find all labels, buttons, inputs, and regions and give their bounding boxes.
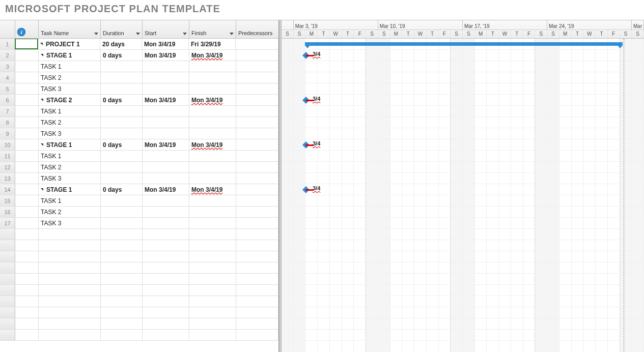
gantt-row[interactable] [282,106,644,117]
table-row[interactable]: 17TASK 3 [0,218,278,229]
start-cell[interactable] [143,296,189,307]
task-name-cell[interactable]: TASK 2 [39,207,101,217]
finish-cell[interactable] [189,128,236,139]
table-row[interactable] [0,307,278,318]
predecessors-cell[interactable] [236,262,278,273]
duration-cell[interactable] [101,61,143,72]
predecessors-column-header[interactable]: Predecessors [236,20,278,38]
task-name-cell[interactable]: TASK 2 [39,162,101,172]
duration-cell[interactable] [101,162,143,172]
row-number[interactable]: 15 [0,195,15,206]
predecessors-cell[interactable] [236,307,278,318]
start-cell[interactable]: Mon 3/4/19 [143,139,189,150]
collapse-icon[interactable] [40,43,43,45]
predecessors-cell[interactable] [236,72,278,83]
finish-cell[interactable] [189,83,236,94]
gantt-row[interactable] [282,307,644,318]
duration-cell[interactable] [101,207,143,217]
gantt-row[interactable] [282,72,644,83]
row-number[interactable] [0,262,15,273]
row-number[interactable]: 4 [0,72,15,83]
duration-cell[interactable] [101,128,143,139]
predecessors-cell[interactable] [236,128,278,139]
table-row[interactable] [0,262,278,274]
info-cell[interactable] [15,195,39,206]
day-cell[interactable]: T [572,30,584,39]
gantt-row[interactable] [282,262,644,274]
duration-column-header[interactable]: Duration [101,20,143,38]
table-row[interactable]: 14STAGE 10 daysMon 3/4/19Mon 3/4/19 [0,184,278,195]
table-row[interactable]: 7TASK 1 [0,106,278,117]
predecessors-cell[interactable] [236,240,278,251]
table-row[interactable] [0,285,278,296]
task-name-cell[interactable]: STAGE 2 [39,95,101,105]
task-name-cell[interactable]: TASK 1 [39,195,101,206]
duration-cell[interactable] [101,318,143,329]
duration-cell[interactable] [101,151,143,161]
predecessors-cell[interactable] [236,139,278,150]
finish-cell[interactable] [189,262,236,273]
gantt-row[interactable] [282,39,644,50]
duration-cell[interactable] [101,285,143,296]
table-row[interactable]: 6STAGE 20 daysMon 3/4/19Mon 3/4/19 [0,95,278,106]
gantt-row[interactable] [282,195,644,207]
finish-cell[interactable] [189,61,236,72]
duration-cell[interactable]: 0 days [101,50,143,61]
info-cell[interactable] [15,50,39,61]
table-row[interactable]: 8TASK 2 [0,117,278,128]
row-number[interactable]: 6 [0,95,15,105]
task-name-cell[interactable]: TASK 3 [39,218,101,228]
duration-cell[interactable] [101,72,143,83]
row-number[interactable] [0,318,15,329]
row-number[interactable] [0,274,15,284]
task-name-cell[interactable]: TASK 3 [39,173,101,184]
task-name-cell[interactable]: TASK 1 [39,151,101,161]
info-cell[interactable] [15,207,39,217]
day-cell[interactable]: S [294,30,306,39]
row-number[interactable]: 7 [0,106,15,116]
row-number[interactable] [0,307,15,318]
row-number[interactable] [0,330,15,340]
duration-cell[interactable] [101,195,143,206]
task-name-cell[interactable] [39,240,101,251]
row-number[interactable] [0,240,15,251]
info-column-header[interactable]: i [15,20,39,38]
table-row[interactable] [0,330,278,341]
day-cell[interactable]: S [632,30,644,39]
task-name-cell[interactable]: TASK 3 [39,128,101,139]
row-number[interactable]: 16 [0,207,15,217]
info-cell[interactable] [15,262,39,273]
start-cell[interactable]: Mon 3/4/19 [143,184,189,195]
task-name-cell[interactable]: STAGE 1 [39,184,101,195]
gantt-row[interactable]: 3/4 [282,50,644,61]
task-name-cell[interactable] [39,296,101,307]
week-cell[interactable]: Mar 24, '19 [547,20,632,30]
table-row[interactable] [0,318,278,330]
day-cell[interactable]: M [475,30,487,39]
duration-cell[interactable] [101,330,143,340]
week-cell[interactable]: Mar 17, '19 [463,20,547,30]
predecessors-cell[interactable] [236,296,278,307]
info-cell[interactable] [15,274,39,284]
gantt-row[interactable] [282,318,644,330]
day-cell[interactable]: F [354,30,366,39]
info-cell[interactable] [15,39,38,49]
info-cell[interactable] [15,229,39,240]
timescale-header[interactable]: Mar 3, '19Mar 10, '19Mar 17, '19Mar 24, … [282,20,644,39]
task-name-cell[interactable] [39,307,101,318]
day-cell[interactable]: T [596,30,608,39]
duration-cell[interactable] [101,262,143,273]
start-cell[interactable] [143,218,189,228]
day-cell[interactable]: T [487,30,499,39]
start-cell[interactable] [143,262,189,273]
duration-cell[interactable] [101,83,143,94]
row-number[interactable]: 9 [0,128,15,139]
gantt-row[interactable] [282,218,644,229]
duration-cell[interactable] [101,106,143,116]
predecessors-cell[interactable] [236,229,278,240]
day-cell[interactable]: S [547,30,559,39]
finish-cell[interactable] [189,195,236,206]
gantt-row[interactable] [282,61,644,72]
task-name-cell[interactable]: STAGE 1 [39,139,101,150]
day-cell[interactable]: W [583,30,596,39]
